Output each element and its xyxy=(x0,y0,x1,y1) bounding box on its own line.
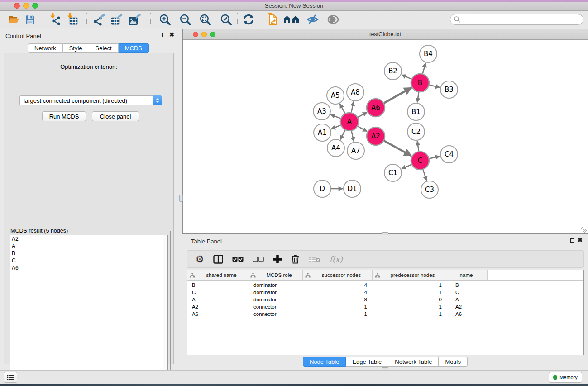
graph-edge-A-A6[interactable] xyxy=(358,112,367,117)
search-input[interactable] xyxy=(463,16,583,23)
table-cell[interactable]: A xyxy=(445,297,488,302)
mcds-result-item[interactable]: B xyxy=(10,250,167,257)
tab-motifs[interactable]: Motifs xyxy=(439,357,468,367)
graph-edge-A6-B[interactable] xyxy=(384,88,411,103)
graph-node-A3[interactable]: A3 xyxy=(313,103,330,120)
table-cell[interactable]: 8 xyxy=(303,297,373,302)
graph-edge-C-C4[interactable] xyxy=(430,156,440,158)
table-cell[interactable]: A2 xyxy=(445,304,488,310)
graph-node-C1[interactable]: C1 xyxy=(384,164,402,181)
graph-node-A2[interactable]: A2 xyxy=(367,127,385,145)
table-cell[interactable]: A6 xyxy=(187,311,248,317)
tab-mcds[interactable]: MCDS xyxy=(119,43,149,53)
graph-node-A8[interactable]: A8 xyxy=(347,84,364,101)
close-panel-button[interactable]: Close panel xyxy=(92,111,139,121)
graph-edge-B-B2[interactable] xyxy=(402,75,411,79)
table-cell[interactable]: A2 xyxy=(187,304,248,310)
graph-edge-C-C3[interactable] xyxy=(423,170,427,181)
column-header-predecessor-nodes[interactable]: predecessor nodes xyxy=(373,270,445,280)
tab-style[interactable]: Style xyxy=(63,43,89,53)
graph-edge-A-A1[interactable] xyxy=(331,125,340,129)
table-row[interactable]: A2connector11A2 xyxy=(187,303,583,310)
export-network-button[interactable] xyxy=(92,12,107,27)
graph-node-B2[interactable]: B2 xyxy=(384,62,402,80)
column-settings-button[interactable]: ⚙ xyxy=(196,254,204,265)
apply-layout-button[interactable] xyxy=(241,12,256,27)
table-cell[interactable]: A xyxy=(187,297,248,302)
graph-node-B[interactable]: B xyxy=(411,74,429,92)
memory-button[interactable]: Memory xyxy=(549,372,582,383)
close-panel-icon[interactable]: ✖ xyxy=(169,33,174,37)
column-header-shared-name[interactable]: shared name xyxy=(187,270,248,280)
graph-node-B3[interactable]: B3 xyxy=(440,81,458,98)
graph-node-C[interactable]: C xyxy=(411,152,429,170)
mcds-result-item[interactable]: A2 xyxy=(10,235,167,243)
zoom-selected-button[interactable] xyxy=(218,12,234,27)
table-cell[interactable]: 1 xyxy=(373,282,445,288)
table-cell[interactable]: 1 xyxy=(373,311,445,317)
graph-edge-C-C2[interactable] xyxy=(417,141,419,151)
hide-graphics-details-button[interactable] xyxy=(305,12,320,27)
mcds-result-item[interactable]: A xyxy=(10,243,167,250)
graph-edge-B-B4[interactable] xyxy=(423,63,426,74)
graph-node-C3[interactable]: C3 xyxy=(421,181,438,198)
mcds-list-scrollbar[interactable] xyxy=(163,235,167,383)
graph-node-A1[interactable]: A1 xyxy=(314,124,331,141)
mcds-result-item[interactable]: C xyxy=(10,257,167,264)
graph-node-D[interactable]: D xyxy=(314,180,331,197)
table-cell[interactable]: A6 xyxy=(445,311,488,317)
save-session-button[interactable] xyxy=(22,12,38,27)
table-cell[interactable]: dominator xyxy=(248,297,303,302)
column-header-mcds-role[interactable]: MCDS role xyxy=(248,270,303,280)
window-resize-grip[interactable] xyxy=(581,227,587,233)
function-builder-button[interactable]: f(x) xyxy=(330,255,343,264)
table-cell[interactable]: connector xyxy=(248,311,303,317)
table-cell[interactable]: 1 xyxy=(303,304,373,310)
graph-edge-A-A3[interactable] xyxy=(331,114,341,118)
home-button[interactable] xyxy=(282,12,301,27)
graph-node-C4[interactable]: C4 xyxy=(440,146,458,163)
table-cell[interactable]: 0 xyxy=(373,297,445,302)
tab-network-table[interactable]: Network Table xyxy=(388,357,439,367)
show-panels-menu-button[interactable] xyxy=(4,372,17,383)
graph-edge-A2-C[interactable] xyxy=(384,141,411,156)
graph-node-B4[interactable]: B4 xyxy=(420,45,437,62)
graph-edge-A-A2[interactable] xyxy=(358,126,367,131)
graph-node-A[interactable]: A xyxy=(340,113,359,131)
graph-node-A4[interactable]: A4 xyxy=(327,139,344,157)
deselect-all-button[interactable] xyxy=(253,257,264,262)
graph-edge-B-B3[interactable] xyxy=(429,85,440,87)
table-row[interactable]: Bdominator41B xyxy=(187,281,583,289)
graph-edge-A-A5[interactable] xyxy=(340,104,345,114)
import-network-button[interactable] xyxy=(48,12,63,27)
show-graphics-details-button[interactable] xyxy=(325,12,341,27)
table-cell[interactable]: 1 xyxy=(373,290,445,295)
table-cell[interactable]: connector xyxy=(248,304,303,310)
tab-edge-table[interactable]: Edge Table xyxy=(346,357,388,367)
float-table-panel-icon[interactable] xyxy=(570,238,574,243)
search-field[interactable] xyxy=(450,14,583,25)
zoom-in-button[interactable] xyxy=(157,12,172,27)
graph-node-A5[interactable]: A5 xyxy=(327,87,344,104)
zoom-out-button[interactable] xyxy=(177,12,193,27)
run-mcds-button[interactable]: Run MCDS xyxy=(42,111,86,121)
float-panel-icon[interactable] xyxy=(162,33,166,37)
tab-network[interactable]: Network xyxy=(28,43,63,53)
column-header-name[interactable]: name xyxy=(445,270,488,280)
export-table-button[interactable] xyxy=(109,12,124,27)
delete-column-button[interactable] xyxy=(291,254,300,264)
table-cell[interactable]: dominator xyxy=(248,290,303,295)
import-table-button[interactable] xyxy=(65,12,80,27)
add-column-button[interactable] xyxy=(273,255,282,264)
mcds-result-list[interactable]: A2ABCA6 xyxy=(10,235,168,383)
table-row[interactable]: A6connector11A6 xyxy=(187,310,583,318)
graph-node-A6[interactable]: A6 xyxy=(367,99,385,117)
graph-edge-A-A8[interactable] xyxy=(351,102,354,113)
export-image-button[interactable] xyxy=(127,12,143,27)
table-cell[interactable]: 4 xyxy=(303,282,373,288)
panel-divider-grip[interactable] xyxy=(179,195,183,202)
table-cell[interactable]: 1 xyxy=(373,304,445,310)
table-cell[interactable]: 1 xyxy=(303,311,373,317)
graph-node-B1[interactable]: B1 xyxy=(407,103,425,120)
show-columns-button[interactable] xyxy=(213,255,223,264)
